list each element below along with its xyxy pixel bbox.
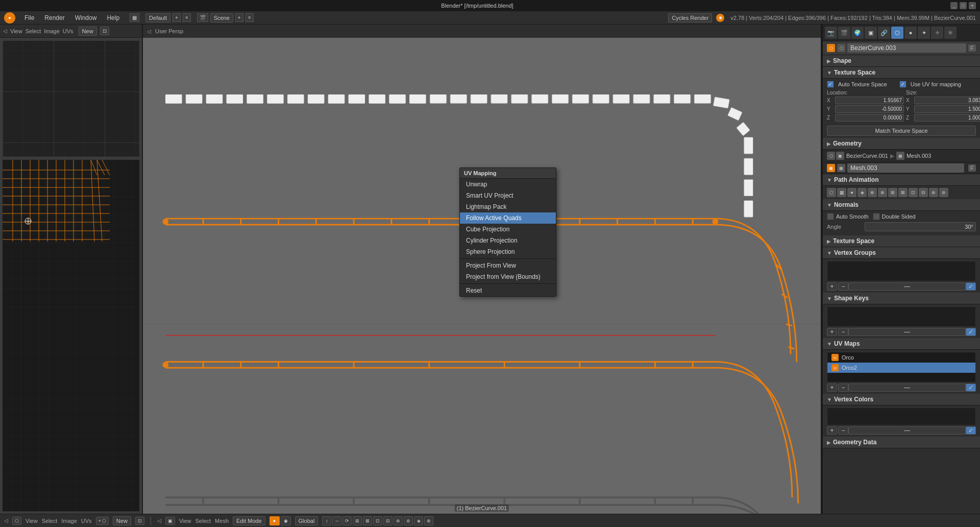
path-icon-10[interactable]: ⊟ (919, 188, 928, 197)
status-select[interactable]: Select (42, 518, 58, 524)
section-geometry-data-header[interactable]: ▶ Geometry Data (823, 437, 980, 448)
vertex-color-check-button[interactable]: ✓ (966, 426, 976, 435)
menu-item-lightmap[interactable]: Lightmap Pack (460, 201, 556, 212)
viewport-menu-toggle[interactable]: ◁ (147, 29, 151, 34)
size-z-field[interactable] (914, 114, 980, 122)
path-icon-1[interactable]: ⬡ (827, 188, 836, 197)
close-button[interactable]: × (969, 2, 976, 9)
uv-image-menu[interactable]: Image (44, 28, 60, 34)
auto-smooth-checkbox[interactable] (827, 213, 834, 220)
transform-icon-3[interactable]: ⟳ (342, 516, 352, 525)
transform-icon-1[interactable]: ↕ (322, 516, 331, 525)
shape-keys-dash-button[interactable]: — (848, 328, 966, 336)
transform-icon-2[interactable]: ↔ (332, 516, 341, 525)
viewport-view[interactable]: View (179, 518, 191, 524)
uv-map-check-button[interactable]: ✓ (966, 384, 976, 392)
uv-select-menu[interactable]: Select (26, 28, 41, 34)
path-icon-8[interactable]: ⊠ (898, 188, 908, 197)
path-icon-7[interactable]: ⊞ (888, 188, 897, 197)
status-options[interactable]: ⊡ (135, 517, 144, 525)
add-shape-key-button[interactable]: + (827, 328, 837, 336)
vertex-groups-dash-button[interactable]: — (848, 282, 966, 291)
add-vertex-group-button[interactable]: + (827, 282, 837, 291)
size-y-field[interactable] (914, 105, 980, 113)
uv-uvs-menu[interactable]: UVs (63, 28, 74, 34)
uv-left-arrow[interactable]: ◁ (4, 518, 8, 523)
prop-tab-physics[interactable]: ⚛ (944, 27, 957, 39)
add-vertex-color-button[interactable]: + (827, 426, 837, 435)
remove-shape-key-button[interactable]: − (838, 328, 848, 336)
vertex-colors-dash-button[interactable]: — (848, 426, 966, 435)
add-scene-button[interactable]: + (235, 13, 243, 22)
status-image[interactable]: Image (61, 518, 77, 524)
scene-selector[interactable]: Scene (210, 13, 233, 22)
menu-item-cube[interactable]: Cube Projection (460, 224, 556, 235)
auto-texture-space-checkbox[interactable]: ✓ (827, 81, 834, 88)
transform-icon-6[interactable]: ⊡ (373, 516, 382, 525)
add-layout-button[interactable]: + ⬡ (96, 517, 109, 525)
section-shape-header[interactable]: ▶ Shape (823, 55, 980, 67)
uv-view-menu[interactable]: View (10, 28, 22, 34)
loc-y-field[interactable] (835, 105, 904, 113)
uv-maps-dash-button[interactable]: — (848, 384, 966, 392)
prop-tab-render[interactable]: 📷 (825, 27, 837, 39)
menu-help[interactable]: Help (103, 13, 124, 22)
path-icon-6[interactable]: ⊗ (878, 188, 887, 197)
angle-field[interactable] (865, 222, 976, 231)
path-icon-9[interactable]: ⊡ (909, 188, 918, 197)
object-name-input[interactable] (847, 43, 966, 53)
prop-tab-textures[interactable]: ✦ (918, 27, 930, 39)
section-shape-keys-header[interactable]: ▼ Shape Keys (823, 293, 980, 304)
maximize-button[interactable]: □ (960, 2, 967, 9)
engine-selector[interactable]: Cycles Render (668, 13, 712, 22)
remove-uv-map-button[interactable]: − (838, 384, 848, 392)
loc-x-field[interactable] (835, 97, 904, 104)
menu-item-cylinder[interactable]: Cylinder Projection (460, 235, 556, 246)
icon-panel-toggle[interactable]: ▦ (130, 13, 139, 22)
section-uv-maps-header[interactable]: ▼ UV Maps (823, 338, 980, 350)
uv-map-item-orco[interactable]: U Orco (827, 352, 975, 363)
menu-item-unwrap[interactable]: Unwrap (460, 179, 556, 190)
transform-icon-8[interactable]: ⊛ (394, 516, 403, 525)
prop-tab-object[interactable]: ▣ (865, 27, 877, 39)
mesh-name-input[interactable] (847, 163, 964, 173)
global-select[interactable]: Global (295, 516, 318, 525)
transform-icon-10[interactable]: ◈ (414, 516, 423, 525)
size-x-field[interactable] (914, 97, 980, 104)
uv-map-item-orco2[interactable]: U Orco2 (827, 363, 975, 373)
viewport-icon-2[interactable]: ◉ (281, 516, 291, 525)
vertex-group-check-button[interactable]: ✓ (966, 282, 976, 291)
menu-window[interactable]: Window (71, 13, 101, 22)
prop-tab-constraints[interactable]: 🔗 (878, 27, 890, 39)
transform-icon-7[interactable]: ⊟ (383, 516, 393, 525)
section-texture-space-header[interactable]: ▼ Texture Space (823, 67, 980, 79)
section-normals-header[interactable]: ▼ Normals (823, 199, 980, 211)
workspace-selector[interactable]: Default (145, 13, 170, 22)
shape-key-check-button[interactable]: ✓ (966, 328, 976, 336)
menu-item-project-view[interactable]: Project From View (460, 260, 556, 271)
section-vertex-colors-header[interactable]: ▼ Vertex Colors (823, 394, 980, 405)
prop-tab-data[interactable]: ⬡ (891, 27, 903, 39)
section-geometry-header[interactable]: ▶ Geometry (823, 138, 980, 150)
viewport-mesh[interactable]: Mesh (215, 518, 229, 524)
uv-options-button[interactable]: ⊡ (100, 27, 109, 35)
new-image-button[interactable]: New (79, 27, 97, 36)
status-uvs[interactable]: UVs (81, 518, 92, 524)
path-icon-5[interactable]: ⊕ (868, 188, 877, 197)
path-icon-12[interactable]: ⊚ (939, 188, 948, 197)
minimize-button[interactable]: _ (950, 2, 958, 9)
transform-icon-4[interactable]: ⊞ (353, 516, 362, 525)
menu-item-reset[interactable]: Reset (460, 285, 556, 296)
new-status-button[interactable]: New (113, 516, 131, 525)
menu-file[interactable]: File (20, 13, 38, 22)
viewport-left-arrow[interactable]: ◁ (157, 518, 161, 523)
use-uv-mapping-checkbox[interactable]: ✓ (899, 81, 906, 88)
close-workspace-button[interactable]: × (183, 13, 191, 22)
path-icon-3[interactable]: ● (847, 188, 856, 197)
mode-select[interactable]: Edit Mode (233, 516, 265, 525)
menu-item-sphere[interactable]: Sphere Projection (460, 246, 556, 257)
menu-item-project-bounds[interactable]: Project from View (Bounds) (460, 271, 556, 282)
transform-icon-9[interactable]: ⊚ (404, 516, 413, 525)
prop-tab-world[interactable]: 🌍 (851, 27, 864, 39)
prop-tab-particles[interactable]: ✧ (931, 27, 943, 39)
